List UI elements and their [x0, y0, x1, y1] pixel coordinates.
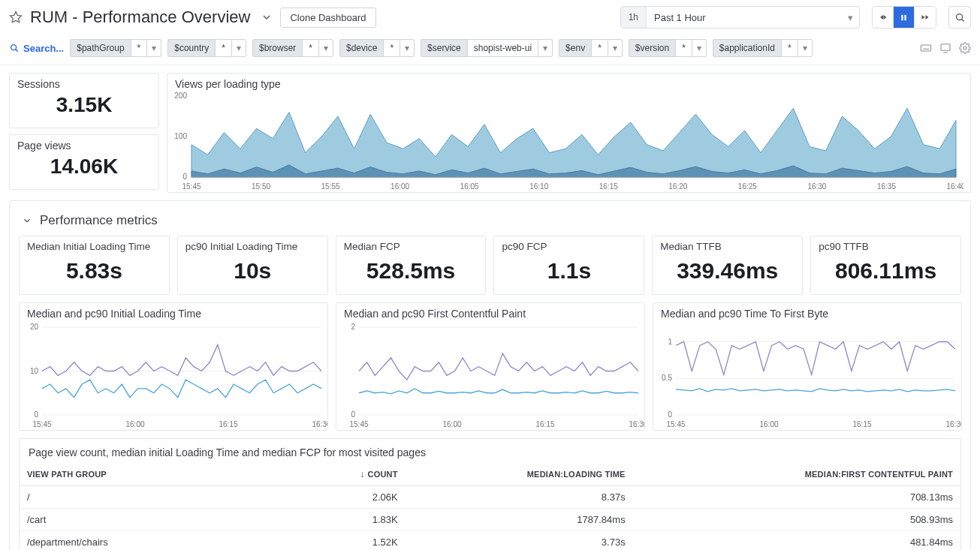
- section-title: Performance metrics: [40, 213, 158, 228]
- col-path[interactable]: VIEW PATH GROUP: [20, 463, 299, 486]
- chevron-down-icon: ▾: [692, 39, 707, 57]
- svg-marker-0: [11, 12, 22, 23]
- svg-text:0.5: 0.5: [662, 374, 672, 382]
- views-chart-card: Views per loading type 010020015:4515:50…: [167, 73, 971, 193]
- svg-rect-7: [921, 45, 930, 51]
- col-loading[interactable]: MEDIAN:LOADING TIME: [406, 463, 633, 486]
- metric-card: pc90 FCP1.1s: [493, 236, 644, 295]
- svg-text:16:20: 16:20: [668, 182, 687, 191]
- keyboard-icon[interactable]: [920, 42, 932, 54]
- chevron-down-icon: ▾: [232, 39, 246, 57]
- svg-text:16:00: 16:00: [759, 420, 778, 428]
- table-row[interactable]: /department/chairs1.52K3.73s481.84ms: [20, 531, 960, 551]
- tv-icon[interactable]: [939, 42, 951, 54]
- filter-var-service[interactable]: $serviceshopist-web-ui▾: [421, 39, 553, 57]
- filter-var-applicationId[interactable]: $applicationId*▾: [713, 39, 813, 57]
- svg-text:1: 1: [668, 338, 672, 346]
- sessions-value: 3.15K: [10, 92, 158, 125]
- playback-next-button[interactable]: [915, 7, 936, 28]
- title-dropdown[interactable]: [261, 11, 273, 23]
- metric-card: pc90 Initial Loading Time10s: [177, 236, 328, 295]
- svg-rect-1: [901, 14, 903, 20]
- svg-text:0: 0: [182, 173, 187, 181]
- filter-var-version[interactable]: $version*▾: [629, 39, 707, 57]
- svg-text:100: 100: [174, 132, 187, 140]
- svg-text:15:50: 15:50: [252, 182, 270, 191]
- collapse-icon[interactable]: [22, 215, 32, 226]
- sessions-card: Sessions 3.15K: [9, 73, 159, 128]
- svg-text:16:00: 16:00: [125, 420, 144, 428]
- svg-text:0: 0: [34, 410, 38, 419]
- pageviews-value: 14.06K: [10, 153, 158, 186]
- svg-text:16:00: 16:00: [390, 182, 409, 191]
- table-card: Page view count, median initial Loading …: [19, 438, 961, 550]
- col-fcp[interactable]: MEDIAN:FIRST CONTENTFUL PAINT: [633, 463, 960, 486]
- svg-text:16:05: 16:05: [460, 182, 479, 191]
- table-row[interactable]: /2.06K8.37s708.13ms: [20, 486, 960, 509]
- table-title: Page view count, median initial Loading …: [20, 439, 960, 463]
- timeframe-range: Past 1 Hour: [647, 12, 842, 23]
- search-button[interactable]: [948, 6, 971, 29]
- metric-card: Median Initial Loading Time5.83s: [19, 236, 170, 295]
- svg-text:15:45: 15:45: [32, 420, 51, 428]
- svg-text:16:10: 16:10: [529, 182, 548, 191]
- line-chart-card: Median and pc90 Initial Loading Time0102…: [19, 302, 328, 431]
- filter-var-device[interactable]: $device*▾: [339, 39, 415, 57]
- table-row[interactable]: /cart1.83K1787.84ms508.93ms: [20, 509, 960, 531]
- line-chart: 0102015:4516:0016:1516:30: [20, 321, 327, 430]
- chevron-down-icon: ▾: [538, 39, 553, 57]
- svg-text:16:40: 16:40: [946, 182, 963, 191]
- svg-rect-13: [941, 44, 950, 51]
- gear-icon[interactable]: [959, 42, 971, 54]
- line-chart: 0215:4516:0016:1516:30: [336, 321, 644, 430]
- line-chart-card: Median and pc90 First Contentful Paint02…: [336, 302, 645, 431]
- svg-text:16:15: 16:15: [599, 182, 618, 191]
- views-area-chart: 010020015:4515:5015:5516:0016:0516:1016:…: [167, 92, 963, 192]
- svg-text:200: 200: [174, 92, 187, 100]
- svg-point-15: [963, 47, 966, 50]
- col-count[interactable]: ↓COUNT: [299, 463, 405, 486]
- metric-card: Median TTFB339.46ms: [652, 236, 803, 295]
- svg-text:2: 2: [351, 323, 355, 331]
- timeframe-short-label: 1h: [621, 7, 647, 28]
- playback-prev-button[interactable]: [873, 7, 894, 28]
- metric-card: Median FCP528.5ms: [336, 236, 487, 295]
- filter-var-pathGroup[interactable]: $pathGroup*▾: [70, 39, 161, 57]
- svg-text:16:15: 16:15: [852, 420, 871, 428]
- svg-text:16:25: 16:25: [738, 182, 757, 191]
- chevron-down-icon: ▾: [798, 39, 813, 57]
- pageviews-card: Page views 14.06K: [9, 134, 159, 190]
- svg-text:15:55: 15:55: [321, 182, 340, 191]
- dashboard-title: RUM - Performance Overview: [30, 8, 250, 27]
- line-chart: 00.5115:4516:0016:1516:30: [653, 321, 961, 430]
- sessions-title: Sessions: [10, 74, 158, 92]
- filter-var-country[interactable]: $country*▾: [167, 39, 246, 57]
- svg-text:16:15: 16:15: [219, 420, 237, 428]
- svg-rect-2: [904, 14, 906, 20]
- pageviews-title: Page views: [10, 135, 158, 153]
- svg-text:0: 0: [668, 410, 672, 419]
- svg-text:0: 0: [351, 410, 355, 419]
- svg-text:15:45: 15:45: [349, 420, 368, 428]
- svg-text:16:30: 16:30: [312, 420, 327, 428]
- svg-text:10: 10: [30, 367, 39, 375]
- svg-line-4: [961, 19, 963, 21]
- chevron-down-icon: ▾: [608, 39, 623, 57]
- filter-var-browser[interactable]: $browser*▾: [252, 39, 333, 57]
- timeframe-selector[interactable]: 1h Past 1 Hour ▾: [620, 6, 860, 29]
- svg-point-5: [11, 45, 17, 50]
- metric-card: pc90 TTFB806.11ms: [810, 236, 961, 295]
- chevron-down-icon: ▾: [319, 39, 333, 57]
- clone-dashboard-button[interactable]: Clone Dashboard: [280, 8, 375, 28]
- playback-pause-button[interactable]: [894, 7, 915, 28]
- svg-line-6: [16, 50, 18, 52]
- filter-var-env[interactable]: $env*▾: [559, 39, 623, 57]
- star-icon[interactable]: [9, 11, 23, 24]
- search-link[interactable]: Search...: [9, 43, 64, 54]
- search-label: Search...: [23, 43, 64, 54]
- svg-point-3: [956, 14, 962, 20]
- pageview-table: VIEW PATH GROUP ↓COUNT MEDIAN:LOADING TI…: [20, 463, 960, 550]
- svg-text:16:30: 16:30: [629, 420, 644, 428]
- chevron-down-icon: ▾: [147, 39, 161, 57]
- views-chart-title: Views per loading type: [167, 74, 970, 92]
